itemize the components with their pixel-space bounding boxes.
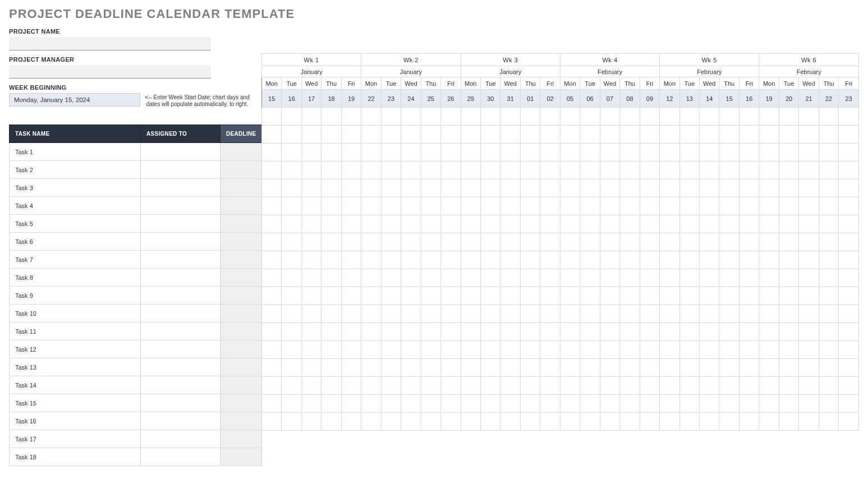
calendar-cell[interactable] [779,197,798,215]
calendar-cell[interactable] [421,126,440,144]
calendar-cell[interactable] [719,126,739,144]
calendar-cell[interactable] [461,215,480,233]
calendar-cell[interactable] [679,305,699,323]
calendar-cell[interactable] [520,395,540,413]
calendar-cell[interactable] [839,323,859,341]
calendar-cell[interactable] [421,179,440,197]
calendar-cell[interactable] [481,287,500,305]
calendar-cell[interactable] [361,233,381,251]
calendar-cell[interactable] [520,269,540,287]
assigned-to-cell[interactable] [141,305,221,322]
assigned-to-cell[interactable] [141,269,221,287]
calendar-cell[interactable] [839,126,859,144]
task-name-cell[interactable]: Task 17 [10,430,141,448]
calendar-cell[interactable] [421,108,440,126]
calendar-cell[interactable] [361,162,381,179]
calendar-cell[interactable] [620,162,640,179]
calendar-cell[interactable] [640,305,659,323]
calendar-cell[interactable] [660,215,679,233]
calendar-cell[interactable] [640,162,659,179]
calendar-cell[interactable] [282,413,301,431]
calendar-cell[interactable] [401,323,421,341]
calendar-cell[interactable] [759,233,779,251]
calendar-cell[interactable] [401,126,421,144]
calendar-cell[interactable] [700,413,719,431]
calendar-cell[interactable] [500,287,520,305]
calendar-cell[interactable] [262,144,282,162]
calendar-cell[interactable] [719,197,739,215]
calendar-cell[interactable] [640,233,659,251]
calendar-cell[interactable] [441,144,461,162]
calendar-cell[interactable] [441,269,461,287]
calendar-cell[interactable] [381,287,401,305]
calendar-cell[interactable] [282,179,301,197]
deadline-cell[interactable] [221,269,262,287]
calendar-cell[interactable] [660,144,679,162]
calendar-cell[interactable] [679,233,699,251]
calendar-cell[interactable] [381,215,401,233]
calendar-cell[interactable] [759,126,779,144]
calendar-cell[interactable] [361,377,381,395]
calendar-cell[interactable] [262,215,282,233]
calendar-cell[interactable] [341,287,361,305]
calendar-cell[interactable] [540,377,560,395]
calendar-cell[interactable] [301,359,321,377]
calendar-cell[interactable] [262,323,282,341]
calendar-cell[interactable] [461,108,480,126]
task-name-cell[interactable]: Task 13 [10,358,141,376]
calendar-cell[interactable] [839,162,859,179]
calendar-cell[interactable] [799,144,819,162]
calendar-cell[interactable] [779,359,798,377]
calendar-cell[interactable] [262,287,282,305]
calendar-cell[interactable] [759,269,779,287]
calendar-cell[interactable] [401,341,421,359]
calendar-cell[interactable] [799,179,819,197]
deadline-cell[interactable] [221,448,262,466]
calendar-cell[interactable] [719,144,739,162]
calendar-cell[interactable] [839,287,859,305]
calendar-cell[interactable] [262,233,282,251]
calendar-cell[interactable] [779,251,798,269]
calendar-cell[interactable] [341,108,361,126]
calendar-cell[interactable] [381,108,401,126]
calendar-cell[interactable] [620,395,640,413]
calendar-cell[interactable] [819,413,838,431]
assigned-to-cell[interactable] [141,233,221,251]
calendar-cell[interactable] [421,144,440,162]
calendar-cell[interactable] [600,377,619,395]
calendar-cell[interactable] [580,108,600,126]
calendar-cell[interactable] [640,287,659,305]
calendar-cell[interactable] [282,126,301,144]
calendar-cell[interactable] [301,377,321,395]
calendar-cell[interactable] [500,144,520,162]
calendar-cell[interactable] [799,197,819,215]
calendar-cell[interactable] [401,251,421,269]
calendar-cell[interactable] [700,377,719,395]
calendar-cell[interactable] [341,126,361,144]
calendar-cell[interactable] [620,179,640,197]
calendar-cell[interactable] [600,162,619,179]
calendar-cell[interactable] [719,395,739,413]
calendar-cell[interactable] [839,359,859,377]
calendar-cell[interactable] [739,215,759,233]
calendar-cell[interactable] [819,305,838,323]
calendar-cell[interactable] [361,251,381,269]
calendar-cell[interactable] [700,395,719,413]
calendar-cell[interactable] [660,126,679,144]
calendar-cell[interactable] [322,233,341,251]
calendar-cell[interactable] [640,126,659,144]
calendar-cell[interactable] [620,413,640,431]
calendar-cell[interactable] [520,162,540,179]
task-name-cell[interactable]: Task 10 [10,305,141,322]
calendar-cell[interactable] [679,197,699,215]
calendar-cell[interactable] [580,269,600,287]
deadline-cell[interactable] [221,412,262,430]
calendar-cell[interactable] [441,413,461,431]
calendar-cell[interactable] [600,215,619,233]
calendar-cell[interactable] [361,341,381,359]
calendar-cell[interactable] [262,251,282,269]
calendar-cell[interactable] [660,413,679,431]
calendar-cell[interactable] [580,126,600,144]
calendar-cell[interactable] [719,251,739,269]
calendar-cell[interactable] [839,197,859,215]
